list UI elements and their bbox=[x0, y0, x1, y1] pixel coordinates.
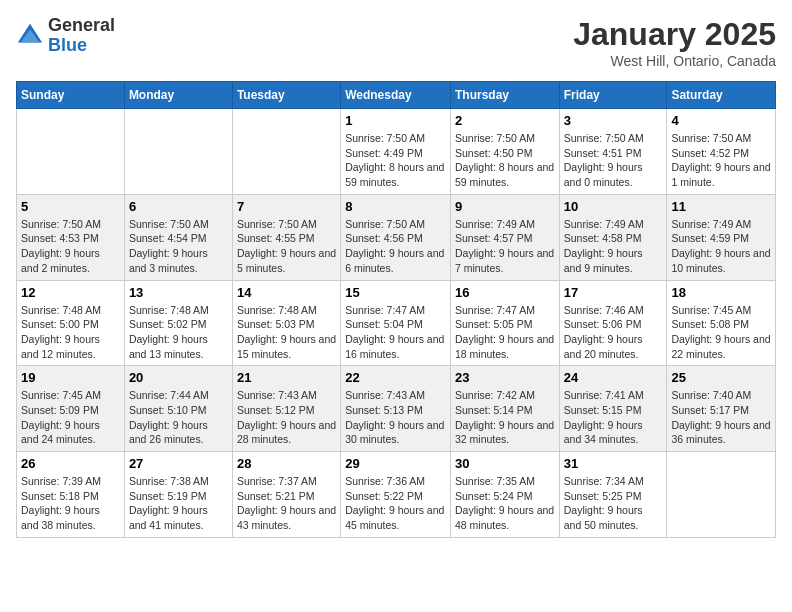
location: West Hill, Ontario, Canada bbox=[573, 53, 776, 69]
day-info: Sunrise: 7:44 AMSunset: 5:10 PMDaylight:… bbox=[129, 388, 228, 447]
calendar-day-cell: 12Sunrise: 7:48 AMSunset: 5:00 PMDayligh… bbox=[17, 280, 125, 366]
day-number: 25 bbox=[671, 370, 771, 385]
calendar-day-cell: 10Sunrise: 7:49 AMSunset: 4:58 PMDayligh… bbox=[559, 194, 667, 280]
day-info: Sunrise: 7:50 AMSunset: 4:52 PMDaylight:… bbox=[671, 131, 771, 190]
day-info: Sunrise: 7:47 AMSunset: 5:04 PMDaylight:… bbox=[345, 303, 446, 362]
day-info: Sunrise: 7:47 AMSunset: 5:05 PMDaylight:… bbox=[455, 303, 555, 362]
day-info: Sunrise: 7:34 AMSunset: 5:25 PMDaylight:… bbox=[564, 474, 663, 533]
weekday-header-row: SundayMondayTuesdayWednesdayThursdayFrid… bbox=[17, 82, 776, 109]
day-number: 17 bbox=[564, 285, 663, 300]
calendar-body: 1Sunrise: 7:50 AMSunset: 4:49 PMDaylight… bbox=[17, 109, 776, 538]
day-info: Sunrise: 7:49 AMSunset: 4:57 PMDaylight:… bbox=[455, 217, 555, 276]
calendar-week-row: 1Sunrise: 7:50 AMSunset: 4:49 PMDaylight… bbox=[17, 109, 776, 195]
calendar-day-cell: 1Sunrise: 7:50 AMSunset: 4:49 PMDaylight… bbox=[341, 109, 451, 195]
calendar-day-cell: 24Sunrise: 7:41 AMSunset: 5:15 PMDayligh… bbox=[559, 366, 667, 452]
day-info: Sunrise: 7:43 AMSunset: 5:13 PMDaylight:… bbox=[345, 388, 446, 447]
day-info: Sunrise: 7:49 AMSunset: 4:58 PMDaylight:… bbox=[564, 217, 663, 276]
calendar-day-cell bbox=[17, 109, 125, 195]
calendar-week-row: 26Sunrise: 7:39 AMSunset: 5:18 PMDayligh… bbox=[17, 452, 776, 538]
logo-icon bbox=[16, 22, 44, 50]
day-info: Sunrise: 7:49 AMSunset: 4:59 PMDaylight:… bbox=[671, 217, 771, 276]
day-number: 1 bbox=[345, 113, 446, 128]
day-number: 5 bbox=[21, 199, 120, 214]
page-header: General Blue January 2025 West Hill, Ont… bbox=[16, 16, 776, 69]
day-info: Sunrise: 7:37 AMSunset: 5:21 PMDaylight:… bbox=[237, 474, 336, 533]
day-info: Sunrise: 7:50 AMSunset: 4:54 PMDaylight:… bbox=[129, 217, 228, 276]
day-number: 8 bbox=[345, 199, 446, 214]
weekday-header-cell: Monday bbox=[124, 82, 232, 109]
day-info: Sunrise: 7:50 AMSunset: 4:49 PMDaylight:… bbox=[345, 131, 446, 190]
calendar-day-cell: 21Sunrise: 7:43 AMSunset: 5:12 PMDayligh… bbox=[232, 366, 340, 452]
day-info: Sunrise: 7:39 AMSunset: 5:18 PMDaylight:… bbox=[21, 474, 120, 533]
day-info: Sunrise: 7:43 AMSunset: 5:12 PMDaylight:… bbox=[237, 388, 336, 447]
day-info: Sunrise: 7:45 AMSunset: 5:09 PMDaylight:… bbox=[21, 388, 120, 447]
calendar-week-row: 5Sunrise: 7:50 AMSunset: 4:53 PMDaylight… bbox=[17, 194, 776, 280]
day-number: 6 bbox=[129, 199, 228, 214]
calendar-day-cell: 28Sunrise: 7:37 AMSunset: 5:21 PMDayligh… bbox=[232, 452, 340, 538]
day-number: 11 bbox=[671, 199, 771, 214]
day-number: 12 bbox=[21, 285, 120, 300]
calendar-day-cell: 8Sunrise: 7:50 AMSunset: 4:56 PMDaylight… bbox=[341, 194, 451, 280]
day-info: Sunrise: 7:46 AMSunset: 5:06 PMDaylight:… bbox=[564, 303, 663, 362]
day-number: 19 bbox=[21, 370, 120, 385]
calendar-day-cell: 13Sunrise: 7:48 AMSunset: 5:02 PMDayligh… bbox=[124, 280, 232, 366]
calendar-day-cell: 22Sunrise: 7:43 AMSunset: 5:13 PMDayligh… bbox=[341, 366, 451, 452]
day-number: 7 bbox=[237, 199, 336, 214]
day-info: Sunrise: 7:45 AMSunset: 5:08 PMDaylight:… bbox=[671, 303, 771, 362]
day-info: Sunrise: 7:48 AMSunset: 5:03 PMDaylight:… bbox=[237, 303, 336, 362]
weekday-header-cell: Tuesday bbox=[232, 82, 340, 109]
calendar-week-row: 19Sunrise: 7:45 AMSunset: 5:09 PMDayligh… bbox=[17, 366, 776, 452]
day-number: 18 bbox=[671, 285, 771, 300]
calendar-day-cell: 30Sunrise: 7:35 AMSunset: 5:24 PMDayligh… bbox=[450, 452, 559, 538]
calendar-day-cell: 2Sunrise: 7:50 AMSunset: 4:50 PMDaylight… bbox=[450, 109, 559, 195]
day-number: 29 bbox=[345, 456, 446, 471]
day-number: 22 bbox=[345, 370, 446, 385]
day-info: Sunrise: 7:42 AMSunset: 5:14 PMDaylight:… bbox=[455, 388, 555, 447]
day-number: 2 bbox=[455, 113, 555, 128]
day-info: Sunrise: 7:35 AMSunset: 5:24 PMDaylight:… bbox=[455, 474, 555, 533]
day-number: 4 bbox=[671, 113, 771, 128]
day-number: 20 bbox=[129, 370, 228, 385]
day-number: 13 bbox=[129, 285, 228, 300]
day-number: 21 bbox=[237, 370, 336, 385]
calendar-day-cell: 31Sunrise: 7:34 AMSunset: 5:25 PMDayligh… bbox=[559, 452, 667, 538]
title-block: January 2025 West Hill, Ontario, Canada bbox=[573, 16, 776, 69]
calendar-day-cell: 7Sunrise: 7:50 AMSunset: 4:55 PMDaylight… bbox=[232, 194, 340, 280]
calendar-day-cell bbox=[124, 109, 232, 195]
day-info: Sunrise: 7:50 AMSunset: 4:56 PMDaylight:… bbox=[345, 217, 446, 276]
calendar-day-cell: 19Sunrise: 7:45 AMSunset: 5:09 PMDayligh… bbox=[17, 366, 125, 452]
weekday-header-cell: Sunday bbox=[17, 82, 125, 109]
day-info: Sunrise: 7:40 AMSunset: 5:17 PMDaylight:… bbox=[671, 388, 771, 447]
calendar-day-cell: 16Sunrise: 7:47 AMSunset: 5:05 PMDayligh… bbox=[450, 280, 559, 366]
weekday-header-cell: Thursday bbox=[450, 82, 559, 109]
day-info: Sunrise: 7:50 AMSunset: 4:53 PMDaylight:… bbox=[21, 217, 120, 276]
calendar-day-cell bbox=[232, 109, 340, 195]
calendar-day-cell: 15Sunrise: 7:47 AMSunset: 5:04 PMDayligh… bbox=[341, 280, 451, 366]
day-info: Sunrise: 7:50 AMSunset: 4:51 PMDaylight:… bbox=[564, 131, 663, 190]
calendar-day-cell: 6Sunrise: 7:50 AMSunset: 4:54 PMDaylight… bbox=[124, 194, 232, 280]
calendar-week-row: 12Sunrise: 7:48 AMSunset: 5:00 PMDayligh… bbox=[17, 280, 776, 366]
day-number: 16 bbox=[455, 285, 555, 300]
month-title: January 2025 bbox=[573, 16, 776, 53]
logo: General Blue bbox=[16, 16, 115, 56]
calendar-day-cell: 18Sunrise: 7:45 AMSunset: 5:08 PMDayligh… bbox=[667, 280, 776, 366]
calendar-day-cell: 17Sunrise: 7:46 AMSunset: 5:06 PMDayligh… bbox=[559, 280, 667, 366]
calendar-day-cell: 5Sunrise: 7:50 AMSunset: 4:53 PMDaylight… bbox=[17, 194, 125, 280]
calendar-day-cell: 20Sunrise: 7:44 AMSunset: 5:10 PMDayligh… bbox=[124, 366, 232, 452]
calendar-day-cell: 27Sunrise: 7:38 AMSunset: 5:19 PMDayligh… bbox=[124, 452, 232, 538]
day-number: 14 bbox=[237, 285, 336, 300]
day-info: Sunrise: 7:38 AMSunset: 5:19 PMDaylight:… bbox=[129, 474, 228, 533]
weekday-header-cell: Saturday bbox=[667, 82, 776, 109]
day-number: 3 bbox=[564, 113, 663, 128]
calendar-table: SundayMondayTuesdayWednesdayThursdayFrid… bbox=[16, 81, 776, 538]
day-info: Sunrise: 7:50 AMSunset: 4:55 PMDaylight:… bbox=[237, 217, 336, 276]
day-number: 10 bbox=[564, 199, 663, 214]
calendar-day-cell: 4Sunrise: 7:50 AMSunset: 4:52 PMDaylight… bbox=[667, 109, 776, 195]
day-number: 15 bbox=[345, 285, 446, 300]
day-info: Sunrise: 7:48 AMSunset: 5:02 PMDaylight:… bbox=[129, 303, 228, 362]
day-info: Sunrise: 7:50 AMSunset: 4:50 PMDaylight:… bbox=[455, 131, 555, 190]
calendar-day-cell: 29Sunrise: 7:36 AMSunset: 5:22 PMDayligh… bbox=[341, 452, 451, 538]
weekday-header-cell: Wednesday bbox=[341, 82, 451, 109]
calendar-day-cell bbox=[667, 452, 776, 538]
day-number: 30 bbox=[455, 456, 555, 471]
